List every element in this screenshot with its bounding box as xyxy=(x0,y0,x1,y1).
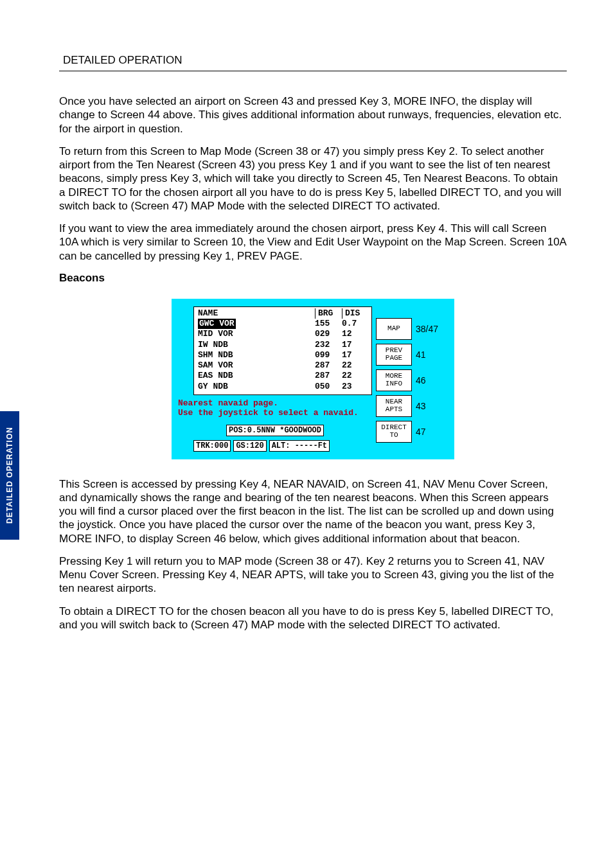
softkey-row: DIRECTTO 47 xyxy=(376,421,448,443)
cell-brg: 287 xyxy=(315,360,342,371)
softkey-direct-to[interactable]: DIRECTTO xyxy=(376,421,412,443)
cell-name: MID VOR xyxy=(198,329,315,339)
cell-dis: 17 xyxy=(342,340,368,350)
paragraph: To obtain a DIRECT TO for the chosen bea… xyxy=(59,605,567,632)
paragraph: This Screen is accessed by pressing Key … xyxy=(59,477,567,545)
softkey-row: PREVPAGE 41 xyxy=(376,344,448,366)
table-row: SHM NDB 099 17 xyxy=(198,350,368,360)
hint-text: Nearest navaid page. Use the joystick to… xyxy=(178,399,372,418)
hint-line-2: Use the joystick to select a navaid. xyxy=(178,409,372,418)
table-row: SAM VOR 287 22 xyxy=(198,360,368,371)
softkey-prev-page[interactable]: PREVPAGE xyxy=(376,344,412,366)
header-dis: DIS xyxy=(342,308,368,319)
screen-illustration: NAME BRG DIS GWC VOR 155 0.7 MID VOR 029 xyxy=(59,299,567,459)
softkey-row: MOREINFO 46 xyxy=(376,369,448,391)
cell-name: IW NDB xyxy=(198,340,315,350)
cell-dis: 22 xyxy=(342,371,368,381)
pos-readout: POS:0.5NNW *GOODWOOD xyxy=(226,425,324,436)
cell-name: GWC VOR xyxy=(198,319,315,329)
cell-dis: 23 xyxy=(342,382,368,392)
lcd-screen: NAME BRG DIS GWC VOR 155 0.7 MID VOR 029 xyxy=(172,299,454,459)
document-page: DETAILED OPERATION DETAILED OPERATION On… xyxy=(0,0,613,868)
table-header-row: NAME BRG DIS xyxy=(198,308,368,319)
table-row: IW NDB 232 17 xyxy=(198,340,368,350)
cell-name: SHM NDB xyxy=(198,350,315,360)
cell-name: EAS NDB xyxy=(198,371,315,381)
header-brg: BRG xyxy=(315,308,342,319)
softkey-num: 43 xyxy=(416,401,426,411)
cell-dis: 17 xyxy=(342,350,368,360)
paragraph: Pressing Key 1 will return you to MAP mo… xyxy=(59,554,567,596)
header-name: NAME xyxy=(198,308,315,319)
cell-dis: 0.7 xyxy=(342,319,368,329)
softkey-map[interactable]: MAP xyxy=(376,318,412,340)
softkey-num: 46 xyxy=(416,375,426,385)
table-row: MID VOR 029 12 xyxy=(198,329,368,339)
cell-dis: 22 xyxy=(342,360,368,371)
screen-left-panel: NAME BRG DIS GWC VOR 155 0.7 MID VOR 029 xyxy=(178,306,372,452)
softkey-near-apts[interactable]: NEARAPTS xyxy=(376,395,412,417)
cell-brg: 232 xyxy=(315,340,342,350)
cell-brg: 287 xyxy=(315,371,342,381)
paragraph: To return from this Screen to Map Mode (… xyxy=(59,145,567,213)
paragraph: Once you have selected an airport on Scr… xyxy=(59,94,567,136)
cell-brg: 050 xyxy=(315,382,342,392)
softkey-row: MAP 38/47 xyxy=(376,318,448,340)
section-header: DETAILED OPERATION xyxy=(59,51,567,71)
hint-line-1: Nearest navaid page. xyxy=(178,399,372,409)
sub-heading-beacons: Beacons xyxy=(59,272,567,285)
status-nav: TRK:000 GS:120 ALT: -----Ft xyxy=(193,440,372,452)
navaid-table: NAME BRG DIS GWC VOR 155 0.7 MID VOR 029 xyxy=(193,306,372,395)
cell-brg: 099 xyxy=(315,350,342,360)
cell-dis: 12 xyxy=(342,329,368,339)
trk-readout: TRK:000 xyxy=(193,440,231,452)
gs-readout: GS:120 xyxy=(233,440,266,452)
softkey-num: 38/47 xyxy=(416,324,438,334)
status-position: POS:0.5NNW *GOODWOOD xyxy=(178,425,372,436)
softkey-num: 41 xyxy=(416,350,426,360)
cell-brg: 155 xyxy=(315,319,342,329)
paragraph: If you want to view the area immediately… xyxy=(59,222,567,263)
softkey-column: MAP 38/47 PREVPAGE 41 MOREINFO 46 NEARAP… xyxy=(376,306,448,452)
alt-readout: ALT: -----Ft xyxy=(269,440,330,452)
cell-brg: 029 xyxy=(315,329,342,339)
softkey-row: NEARAPTS 43 xyxy=(376,395,448,417)
table-row: EAS NDB 287 22 xyxy=(198,371,368,381)
table-row: GWC VOR 155 0.7 xyxy=(198,319,368,329)
selected-navaid: GWC VOR xyxy=(198,319,236,329)
table-row: GY NDB 050 23 xyxy=(198,382,368,392)
softkey-more-info[interactable]: MOREINFO xyxy=(376,369,412,391)
softkey-num: 47 xyxy=(416,427,426,437)
cell-name: GY NDB xyxy=(198,382,315,392)
cell-name: SAM VOR xyxy=(198,360,315,371)
side-tab: DETAILED OPERATION xyxy=(0,411,19,540)
